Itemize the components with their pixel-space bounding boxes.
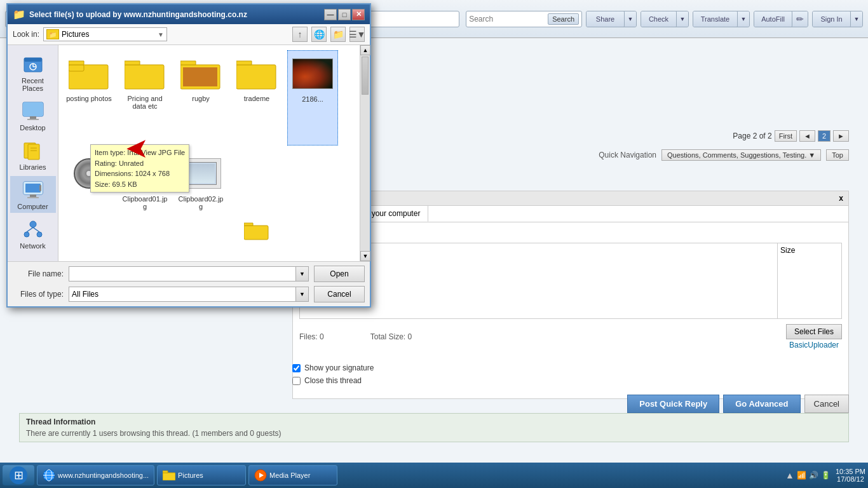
nav-up-btn[interactable]: ↑ xyxy=(292,27,308,42)
svg-point-21 xyxy=(37,232,42,237)
sidebar-item-computer[interactable]: Computer xyxy=(10,176,56,213)
svg-rect-26 xyxy=(125,65,164,89)
dialog-bottom: File name: ▼ Open Files of type: ▼ Cance… xyxy=(8,261,370,306)
svg-rect-16 xyxy=(27,197,39,198)
sidebar-label-recent: Recent Places xyxy=(13,77,53,92)
scroll-down-btn[interactable]: ▼ xyxy=(360,251,370,261)
svg-rect-7 xyxy=(30,116,36,119)
look-in-arrow-icon: ▼ xyxy=(158,31,164,38)
svg-rect-28 xyxy=(183,67,217,86)
folder-icon-rugby xyxy=(180,53,221,93)
svg-rect-17 xyxy=(25,184,41,193)
dialog-title-text: Select file(s) to upload by www.nzhuntin… xyxy=(29,10,247,19)
dialog-titlebar: 📁 Select file(s) to upload by www.nzhunt… xyxy=(8,4,370,24)
file-clipboard02-label: Clipboard02.jpg xyxy=(178,195,224,210)
files-type-input[interactable] xyxy=(69,287,296,302)
dialog-toolbar: Look in: 📁 Pictures ▼ ↑ 🌐 📁 ☰▼ xyxy=(8,24,370,45)
sidebar-label-libraries: Libraries xyxy=(19,163,46,171)
tooltip-dimensions: Dimensions: 1024 x 768 xyxy=(95,168,185,179)
svg-rect-25 xyxy=(69,65,84,71)
files-type-label: Files of type: xyxy=(13,290,64,299)
scroll-up-btn[interactable]: ▲ xyxy=(360,45,370,55)
scroll-thumb[interactable] xyxy=(362,57,369,95)
dialog-overlay: 📁 Select file(s) to upload by www.nzhunt… xyxy=(0,0,868,488)
folder-small[interactable] xyxy=(231,217,282,246)
folder-pricing-data-label: Pricing and data etc xyxy=(122,95,168,110)
folder-trademe[interactable]: trademe xyxy=(231,50,282,146)
tooltip-size: Size: 69.5 KB xyxy=(95,179,185,190)
svg-rect-30 xyxy=(244,226,268,240)
svg-line-23 xyxy=(33,227,39,232)
dialog-scrollbar: ▲ ▼ xyxy=(360,45,370,261)
svg-rect-15 xyxy=(30,194,36,197)
sidebar-item-libraries[interactable]: Libraries xyxy=(10,137,56,173)
folder-icon-small xyxy=(236,219,277,242)
file-clipboard01-label: Clipboard01.jpg xyxy=(122,195,168,210)
computer-icon xyxy=(22,179,44,201)
cancel-btn[interactable]: Cancel xyxy=(314,286,365,302)
file-dialog: 📁 Select file(s) to upload by www.nzhunt… xyxy=(6,3,371,308)
sidebar-label-desktop: Desktop xyxy=(20,124,45,132)
svg-point-20 xyxy=(24,232,29,237)
file-name-input[interactable] xyxy=(69,266,296,281)
svg-point-19 xyxy=(30,221,36,227)
dialog-close-btn[interactable]: ✕ xyxy=(352,9,365,20)
sidebar-item-network[interactable]: Network xyxy=(10,215,56,252)
file-icon-2186 xyxy=(292,53,333,94)
folder-icon-posting xyxy=(69,53,109,93)
file-2186[interactable]: 2186... xyxy=(287,50,338,146)
files-type-dropdown[interactable]: ▼ xyxy=(296,287,309,302)
svg-rect-10 xyxy=(28,144,39,159)
file-name-input-group: ▼ xyxy=(69,266,309,281)
folder-trademe-label: trademe xyxy=(244,95,269,102)
svg-line-22 xyxy=(27,227,33,232)
red-arrow-indicator: ➤ xyxy=(125,132,149,164)
look-in-dropdown[interactable]: 📁 Pictures ▼ xyxy=(43,27,167,41)
dialog-title: 📁 Select file(s) to upload by www.nzhunt… xyxy=(13,8,247,20)
folder-posting-photos-label: posting photos xyxy=(66,95,112,102)
network-icon xyxy=(22,218,44,241)
file-name-row: File name: ▼ Open xyxy=(13,266,365,282)
web-folder-btn[interactable]: 🌐 xyxy=(311,27,327,42)
files-type-input-group: ▼ xyxy=(69,287,309,302)
dialog-controls: — □ ✕ xyxy=(324,9,365,20)
file-2186-label: 2186... xyxy=(302,95,323,103)
folder-icon-trademe xyxy=(236,53,277,93)
open-btn[interactable]: Open xyxy=(314,266,365,282)
minimize-btn[interactable]: — xyxy=(324,9,337,20)
svg-rect-18 xyxy=(39,185,41,191)
file-name-label: File name: xyxy=(13,269,64,278)
maximize-btn[interactable]: □ xyxy=(338,9,351,20)
folder-rugby[interactable]: rugby xyxy=(175,50,226,146)
svg-rect-8 xyxy=(27,119,39,120)
folder-rugby-label: rugby xyxy=(192,95,210,102)
file-name-dropdown[interactable]: ▼ xyxy=(296,266,309,281)
sidebar-item-recent[interactable]: Recent Places xyxy=(10,50,56,95)
new-folder-btn[interactable]: 📁 xyxy=(330,27,346,42)
view-btn[interactable]: ☰▼ xyxy=(349,27,365,42)
recent-places-icon xyxy=(22,53,44,76)
folder-posting-photos[interactable]: posting photos xyxy=(64,50,114,146)
look-in-folder-icon: 📁 xyxy=(46,29,59,39)
dialog-sidebar: Recent Places Desktop xyxy=(8,45,58,261)
files-type-row: Files of type: ▼ Cancel xyxy=(13,286,365,302)
look-in-text: Pictures xyxy=(62,30,155,39)
scroll-track[interactable] xyxy=(360,55,370,251)
look-in-label: Look in: xyxy=(13,30,39,39)
sidebar-label-network: Network xyxy=(20,242,45,250)
sidebar-label-computer: Computer xyxy=(17,203,48,210)
folder-icon-pricing xyxy=(125,53,165,93)
svg-rect-1 xyxy=(24,58,42,62)
libraries-icon xyxy=(22,139,44,162)
svg-rect-29 xyxy=(236,65,276,89)
desktop-icon xyxy=(22,100,44,123)
svg-rect-6 xyxy=(23,102,43,116)
sidebar-item-desktop[interactable]: Desktop xyxy=(10,97,56,134)
